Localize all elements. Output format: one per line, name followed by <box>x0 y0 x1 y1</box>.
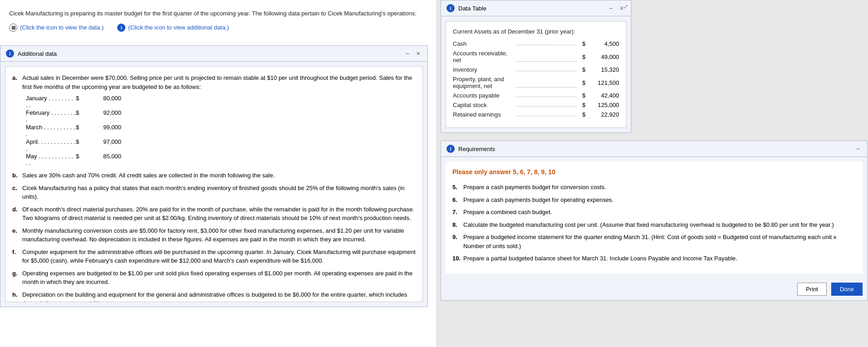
requirements-title-row: i Requirements <box>446 145 495 153</box>
done-button[interactable]: Done <box>831 283 863 296</box>
list-item: h. Depreciation on the building and equi… <box>12 290 416 303</box>
asset-row-ppe: Property, plant, and equipment, net $ 12… <box>453 76 619 89</box>
sales-row-jan: January . . . . . . . . . . $ 80,000 <box>26 95 416 108</box>
list-item: b. Sales are 30% cash and 70% credit. Al… <box>12 171 416 180</box>
list-item: g. Operating expenses are budgeted to be… <box>12 269 416 287</box>
req-num-5: 5. <box>452 183 463 192</box>
dollar-retained: $ <box>579 111 585 118</box>
requirements-panel: i Requirements − Please only answer 5, 6… <box>441 141 868 301</box>
list-item: e. Monthly manufacturing conversion cost… <box>12 226 416 244</box>
dots-capital <box>516 106 577 107</box>
requirements-title: Requirements <box>458 146 495 152</box>
data-table-title: Data Table <box>458 5 486 12</box>
dollar-feb: $ <box>76 109 85 123</box>
additional-data-minimize[interactable]: − <box>404 50 411 57</box>
req-num-8: 8. <box>452 220 463 230</box>
month-jan: January . . . . . . . . . . <box>26 95 76 108</box>
link2-label: (Click the icon to view additional data.… <box>128 24 229 31</box>
amount-may: 85,000 <box>85 153 121 166</box>
item-text-h: Depreciation on the building and equipme… <box>22 290 416 303</box>
dots-inventory <box>516 71 577 71</box>
intro-text: Cicek Manufacturing is preparing its mas… <box>9 9 427 18</box>
asset-row-ar: Accounts receivable, net $ 49,000 <box>453 50 619 64</box>
asset-row-ap: Accounts payable $ 42,400 <box>453 92 619 99</box>
list-item: c. Cicek Manufacturing has a policy that… <box>12 184 416 201</box>
value-ar: 49,000 <box>587 54 619 60</box>
additional-data-title: Additional data <box>18 50 57 57</box>
req-text-7: Prepare a combined cash budget. <box>463 208 856 217</box>
additional-data-panel: i Additional data − × a. Actual sales in… <box>0 45 428 307</box>
dots-cash <box>516 45 577 45</box>
asset-label-inventory: Inventory <box>453 66 514 73</box>
sales-row-apr: April. . . . . . . . . . . . . $ 97,000 <box>26 138 416 152</box>
item-label-h: h. <box>12 290 20 303</box>
data-table-inner: Current Assets as of December 31 (prior … <box>446 21 626 128</box>
sales-row-may: May . . . . . . . . . . . . . $ 85,000 <box>26 153 416 166</box>
additional-data-close[interactable]: × <box>415 50 422 57</box>
req-num-10: 10. <box>452 254 463 263</box>
month-mar: March . . . . . . . . . . . <box>26 124 76 137</box>
item-label-c: c. <box>12 184 20 201</box>
item-text-e: Monthly manufacturing conversion costs a… <box>22 226 416 244</box>
value-capital: 125,000 <box>587 102 619 108</box>
asset-label-ppe: Property, plant, and equipment, net <box>453 76 514 89</box>
icon-links: ▦ (Click the icon to view the data.) i (… <box>9 24 427 32</box>
dollar-jan: $ <box>76 95 85 108</box>
asset-label-ap: Accounts payable <box>453 92 514 99</box>
dollar-inventory: $ <box>579 66 585 73</box>
data-table-panel: ⤢ i Data Table − × Current Assets as of … <box>441 0 631 133</box>
list-item: a. Actual sales in December were $70,000… <box>12 73 416 91</box>
requirements-minimize[interactable]: − <box>854 145 862 152</box>
dots-ap <box>516 97 577 97</box>
item-label-g: g. <box>12 269 20 287</box>
item-label-e: e. <box>12 226 20 244</box>
additional-data-body: a. Actual sales in December were $70,000… <box>5 66 423 302</box>
item-label-f: f. <box>12 248 20 265</box>
list-item: f. Computer equipment for the administra… <box>12 248 416 265</box>
amount-feb: 92,000 <box>85 109 121 123</box>
data-table-header: i Data Table − × <box>441 0 631 16</box>
value-inventory: 15,320 <box>587 66 619 73</box>
additional-data-controls: − × <box>404 50 422 57</box>
additional-info-icon: i <box>6 49 14 58</box>
sales-row-feb: February . . . . . . . . . $ 92,000 <box>26 109 416 123</box>
item-text-a: Actual sales in December were $70,000. S… <box>22 73 416 91</box>
data-table-title-row: i Data Table <box>446 4 486 12</box>
item-label-a: a. <box>12 73 20 91</box>
value-cash: 4,500 <box>587 40 619 47</box>
dollar-capital: $ <box>579 102 585 108</box>
data-icon-link[interactable]: ▦ (Click the icon to view the data.) <box>9 24 104 32</box>
resize-icon[interactable]: ⤢ <box>623 3 629 10</box>
dollar-ap: $ <box>579 92 585 99</box>
requirements-body: Please only answer 5, 6, 7, 8, 9, 10 5. … <box>446 161 863 274</box>
req-item-10: 10. Prepare a partial budgeted balance s… <box>452 254 856 263</box>
item-text-c: Cicek Manufacturing has a policy that st… <box>22 184 416 201</box>
sales-row-mar: March . . . . . . . . . . . $ 99,000 <box>26 124 416 137</box>
req-num-7: 7. <box>452 208 463 217</box>
req-item-8: 8. Calculate the budgeted manufacturing … <box>452 220 856 230</box>
item-text-f: Computer equipment for the administrativ… <box>22 248 416 265</box>
dollar-mar: $ <box>76 124 85 137</box>
month-may: May . . . . . . . . . . . . . <box>26 153 76 166</box>
print-button[interactable]: Print <box>797 283 827 296</box>
amount-mar: 99,000 <box>85 124 121 137</box>
link1-label: (Click the icon to view the data.) <box>20 24 104 31</box>
data-table-minimize[interactable]: − <box>607 5 615 12</box>
asset-label-ar: Accounts receivable, net <box>453 50 514 64</box>
amount-apr: 97,000 <box>85 138 121 152</box>
table-icon: ▦ <box>9 24 17 32</box>
requirements-controls: − <box>854 145 862 152</box>
req-item-6: 6. Prepare a cash payments budget for op… <box>452 195 856 205</box>
req-num-6: 6. <box>452 195 463 205</box>
additional-icon-link[interactable]: i (Click the icon to view additional dat… <box>117 24 229 32</box>
data-table-controls: − × <box>607 5 625 12</box>
req-item-5: 5. Prepare a cash payments budget for co… <box>452 183 856 192</box>
value-ppe: 121,500 <box>587 79 619 86</box>
additional-data-header: i Additional data − × <box>0 46 427 62</box>
list-item: d. Of each month's direct material purch… <box>12 205 416 223</box>
requirements-info-icon: i <box>446 145 455 153</box>
req-text-6: Prepare a cash payments budget for opera… <box>463 195 856 205</box>
req-text-9: Prepare a budgeted income statement for … <box>463 233 856 250</box>
asset-row-capital: Capital stock $ 125,000 <box>453 102 619 108</box>
info-icon: i <box>117 24 125 32</box>
